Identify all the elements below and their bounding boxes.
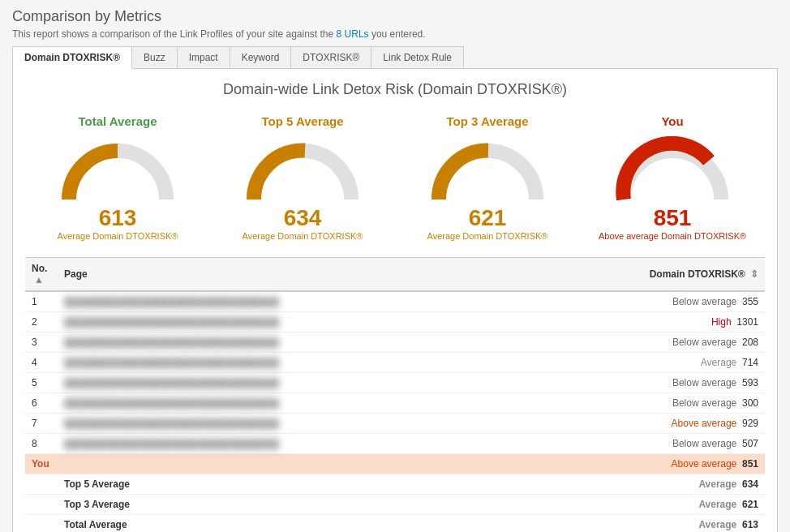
tabs-bar: Domain DTOXRISK® Buzz Impact Keyword DTO… xyxy=(12,46,464,68)
summary-dtox: Average 634 xyxy=(463,474,765,495)
tab-dtoxrisk[interactable]: DTOXRISK® xyxy=(291,47,371,68)
gauge-total-average-chart xyxy=(57,136,178,201)
summary-label: Top 3 Average xyxy=(58,495,463,515)
col-page-header: Page xyxy=(58,258,463,292)
table-row: 8 ██████████████████████████████████ Bel… xyxy=(25,434,765,454)
table-row: 7 ██████████████████████████████████ Abo… xyxy=(25,414,765,434)
summary-dtox: Average 621 xyxy=(463,495,765,515)
summary-label: Total Average xyxy=(58,515,463,533)
summary-label: Top 5 Average xyxy=(58,474,463,495)
no-sort-arrow: ▲ xyxy=(34,274,44,285)
gauge-you-chart xyxy=(612,136,733,201)
table-row: 3 ██████████████████████████████████ Bel… xyxy=(25,332,765,353)
gauge-top5-average-sublabel: Average Domain DTOXRISK® xyxy=(221,231,384,241)
row-no: 2 xyxy=(25,312,58,332)
row-no: 7 xyxy=(25,414,58,434)
tab-keyword[interactable]: Keyword xyxy=(230,47,292,68)
summary-row-total: Total Average Average 613 xyxy=(25,515,765,533)
gauge-top3-average-sublabel: Average Domain DTOXRISK® xyxy=(406,231,569,241)
tab-link-detox-rule[interactable]: Link Detox Rule xyxy=(371,47,463,68)
row-dtox: Below average 355 xyxy=(463,291,765,312)
gauge-top3-average: Top 3 Average 621 Average Domain DTOXRIS… xyxy=(406,114,569,241)
row-no: 6 xyxy=(25,393,58,414)
row-no: 5 xyxy=(25,373,58,393)
gauge-you-sublabel: Above average Domain DTOXRISK® xyxy=(591,231,754,241)
gauge-top5-average: Top 5 Average 634 Average Domain DTOXRIS… xyxy=(221,114,384,241)
row-no: 4 xyxy=(25,353,58,373)
gauges-row: Total Average 613 Average Domain DTOXRIS… xyxy=(25,114,765,241)
row-no: 8 xyxy=(25,434,58,454)
summary-no xyxy=(25,495,58,515)
row-page: ██████████████████████████████████ xyxy=(58,373,463,393)
you-row: You Above average 851 xyxy=(25,454,765,474)
row-page: ██████████████████████████████████ xyxy=(58,291,463,312)
chart-title: Domain-wide Link Detox Risk (Domain DTOX… xyxy=(25,81,765,98)
row-no: 3 xyxy=(25,332,58,353)
urls-link[interactable]: 8 URLs xyxy=(337,28,369,40)
gauge-total-average-label: Total Average xyxy=(36,114,199,128)
row-dtox: High 1301 xyxy=(463,312,765,332)
gauge-total-average-sublabel: Average Domain DTOXRISK® xyxy=(36,231,199,241)
main-content: Domain-wide Link Detox Risk (Domain DTOX… xyxy=(12,68,778,532)
row-page: ██████████████████████████████████ xyxy=(58,414,463,434)
table-row: 5 ██████████████████████████████████ Bel… xyxy=(25,373,765,393)
you-page xyxy=(58,454,463,474)
gauge-total-average: Total Average 613 Average Domain DTOXRIS… xyxy=(36,114,199,241)
row-dtox: Below average 300 xyxy=(463,393,765,414)
you-label: You xyxy=(25,454,58,474)
tab-buzz[interactable]: Buzz xyxy=(132,47,178,68)
col-no-header[interactable]: No. ▲ xyxy=(25,258,58,292)
gauge-top3-average-value: 621 xyxy=(406,205,569,231)
gauge-you-label: You xyxy=(591,114,754,128)
row-page: ██████████████████████████████████ xyxy=(58,332,463,353)
table-row: 1 ██████████████████████████████████ Bel… xyxy=(25,291,765,312)
table-row: 4 ██████████████████████████████████ Ave… xyxy=(25,353,765,373)
gauge-top3-average-label: Top 3 Average xyxy=(406,114,569,128)
col-dtox-header[interactable]: Domain DTOXRISK® ⇕ xyxy=(463,258,765,292)
row-page: ██████████████████████████████████ xyxy=(58,312,463,332)
you-dtox: Above average 851 xyxy=(463,454,765,474)
gauge-you: You 851 Above average Domain DTOXRISK® xyxy=(591,114,754,241)
row-dtox: Average 714 xyxy=(463,353,765,373)
tab-impact[interactable]: Impact xyxy=(178,47,230,68)
gauge-top5-average-value: 634 xyxy=(221,205,384,231)
gauge-total-average-value: 613 xyxy=(36,205,199,231)
gauge-top5-average-label: Top 5 Average xyxy=(221,114,384,128)
page-title: Comparison by Metrics xyxy=(12,8,778,25)
dtox-sort-arrow: ⇕ xyxy=(750,268,758,280)
summary-row-top3: Top 3 Average Average 621 xyxy=(25,495,765,515)
row-dtox: Above average 929 xyxy=(463,414,765,434)
gauge-top3-average-chart xyxy=(427,136,548,201)
data-table: No. ▲ Page Domain DTOXRISK® ⇕ 1 ████████… xyxy=(25,257,765,532)
summary-no xyxy=(25,515,58,533)
table-row: 6 ██████████████████████████████████ Bel… xyxy=(25,393,765,414)
row-page: ██████████████████████████████████ xyxy=(58,393,463,414)
row-dtox: Below average 593 xyxy=(463,373,765,393)
row-page: ██████████████████████████████████ xyxy=(58,353,463,373)
row-page: ██████████████████████████████████ xyxy=(58,434,463,454)
summary-row-top5: Top 5 Average Average 634 xyxy=(25,474,765,495)
table-section: No. ▲ Page Domain DTOXRISK® ⇕ 1 ████████… xyxy=(25,257,765,532)
tab-domain-dtoxrisk[interactable]: Domain DTOXRISK® xyxy=(13,47,132,69)
row-dtox: Below average 507 xyxy=(463,434,765,454)
gauge-you-value: 851 xyxy=(591,205,754,231)
summary-no xyxy=(25,474,58,495)
row-dtox: Below average 208 xyxy=(463,332,765,353)
page-subtitle: This report shows a comparison of the Li… xyxy=(12,28,778,40)
row-no: 1 xyxy=(25,291,58,312)
table-row: 2 ██████████████████████████████████ Hig… xyxy=(25,312,765,332)
summary-dtox: Average 613 xyxy=(463,515,765,533)
gauge-top5-average-chart xyxy=(242,136,363,201)
